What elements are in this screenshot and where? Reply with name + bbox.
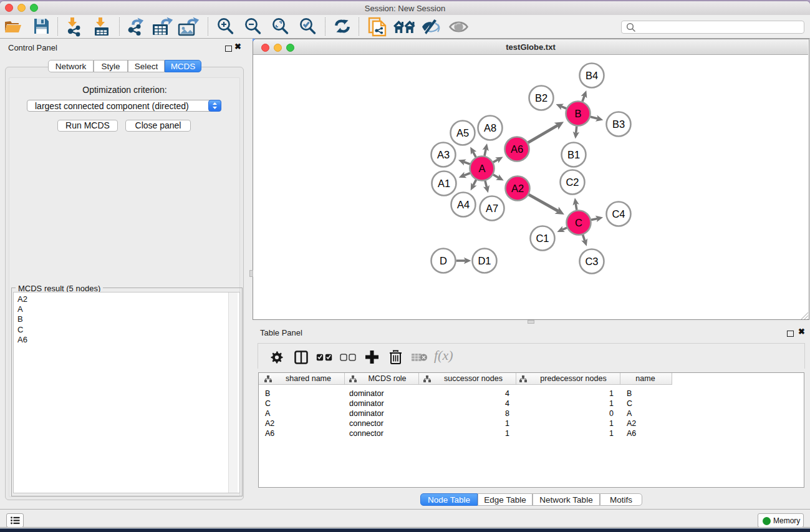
svg-text:A1: A1 — [438, 178, 450, 189]
svg-text:C: C — [575, 217, 582, 228]
svg-text:A5: A5 — [456, 127, 469, 138]
svg-text:B2: B2 — [535, 92, 547, 104]
svg-text:B: B — [574, 108, 581, 119]
svg-text:B4: B4 — [586, 70, 598, 81]
svg-text:C4: C4 — [612, 208, 625, 220]
svg-text:A3: A3 — [437, 149, 450, 160]
svg-text:A4: A4 — [457, 199, 470, 210]
svg-text:A2: A2 — [511, 183, 524, 194]
svg-text:A7: A7 — [486, 203, 498, 214]
svg-text:C3: C3 — [585, 256, 598, 267]
svg-text:A6: A6 — [511, 143, 523, 155]
svg-text:D: D — [440, 255, 447, 266]
svg-text:C1: C1 — [536, 233, 549, 244]
svg-text:B3: B3 — [612, 118, 625, 130]
svg-text:C2: C2 — [566, 177, 579, 188]
svg-text:B1: B1 — [567, 149, 580, 160]
svg-text:D1: D1 — [478, 255, 491, 266]
svg-text:A8: A8 — [484, 122, 496, 133]
svg-text:A: A — [478, 163, 485, 174]
